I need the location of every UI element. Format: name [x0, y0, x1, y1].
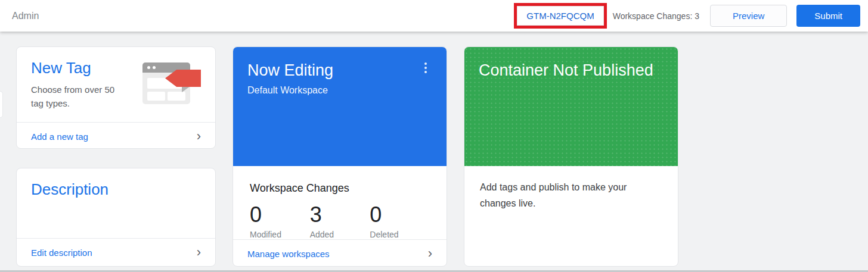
container-not-published-card: Container Not Published Add tags and pub…	[464, 46, 678, 267]
kebab-menu-icon[interactable]	[419, 61, 432, 77]
stat-modified-value: 0	[250, 202, 310, 227]
submit-button[interactable]: Submit	[796, 5, 860, 27]
description-card-body: Description	[17, 168, 215, 238]
manage-workspaces-action[interactable]: Manage workspaces ›	[233, 239, 447, 267]
chevron-right-icon: ›	[428, 247, 432, 260]
workspace-changes-stats: Workspace Changes 0 Modified 3 Added 0 D	[233, 166, 447, 239]
top-bar: Admin GTM-N2FQCQM Workspace Changes: 3 P…	[0, 0, 868, 32]
offscreen-card-edge	[0, 91, 3, 118]
manage-workspaces-label: Manage workspaces	[247, 249, 330, 259]
left-column: New Tag Choose from over 50 tag types.	[16, 46, 216, 267]
now-editing-title: Now Editing	[247, 61, 333, 80]
right-column: Container Not Published Add tags and pub…	[464, 46, 678, 267]
tag-browser-icon	[142, 60, 201, 105]
stat-added-label: Added	[310, 230, 370, 239]
now-editing-header: Now Editing Default Workspace	[233, 47, 447, 166]
description-title[interactable]: Description	[31, 180, 201, 199]
stat-deleted: 0 Deleted	[370, 202, 430, 239]
edit-description-label: Edit description	[31, 248, 92, 258]
new-tag-title[interactable]: New Tag	[31, 59, 120, 77]
not-published-title: Container Not Published	[479, 61, 664, 80]
not-published-header: Container Not Published	[464, 47, 678, 166]
center-column: Now Editing Default Workspace Workspace …	[232, 46, 447, 267]
workspace-changes-count: Workspace Changes: 3	[613, 11, 699, 21]
workspace-name: Default Workspace	[247, 85, 333, 96]
stat-deleted-value: 0	[370, 202, 430, 227]
description-card: Description Edit description ›	[16, 168, 216, 267]
not-published-body: Add tags and publish to make your change…	[464, 166, 678, 224]
now-editing-card: Now Editing Default Workspace Workspace …	[232, 46, 447, 267]
container-id-link[interactable]: GTM-N2FQCQM	[517, 6, 603, 26]
new-tag-card: New Tag Choose from over 50 tag types.	[16, 46, 216, 149]
stat-modified-label: Modified	[250, 230, 310, 239]
add-new-tag-action[interactable]: Add a new tag ›	[17, 122, 215, 149]
stat-modified: 0 Modified	[250, 202, 310, 239]
not-published-message: Add tags and publish to make your change…	[480, 179, 659, 211]
add-new-tag-label: Add a new tag	[31, 132, 88, 142]
chevron-right-icon: ›	[197, 130, 201, 143]
edit-description-action[interactable]: Edit description ›	[17, 238, 215, 266]
new-tag-description: Choose from over 50 tag types.	[31, 83, 120, 110]
chevron-right-icon: ›	[197, 246, 201, 259]
stat-added-value: 3	[310, 202, 370, 227]
cards-area: New Tag Choose from over 50 tag types.	[0, 32, 868, 267]
gtm-workspace-page: Admin GTM-N2FQCQM Workspace Changes: 3 P…	[0, 0, 868, 272]
annotation-highlight-box: GTM-N2FQCQM	[514, 3, 606, 29]
preview-button[interactable]: Preview	[710, 5, 787, 27]
new-tag-card-body: New Tag Choose from over 50 tag types.	[17, 47, 215, 122]
stat-added: 3 Added	[310, 202, 370, 239]
stats-heading: Workspace Changes	[250, 182, 430, 195]
tab-admin[interactable]: Admin	[12, 11, 39, 21]
stat-deleted-label: Deleted	[370, 230, 430, 239]
top-bar-actions: GTM-N2FQCQM Workspace Changes: 3 Preview…	[514, 3, 860, 29]
